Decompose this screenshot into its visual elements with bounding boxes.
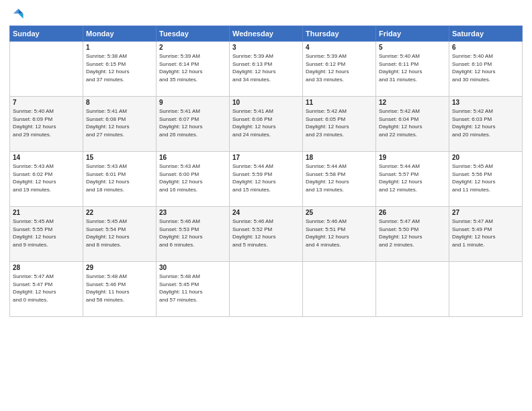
day-number: 5 xyxy=(379,44,446,51)
calendar-cell xyxy=(303,262,376,317)
day-info: Sunrise: 5:43 AM Sunset: 6:00 PM Dayligh… xyxy=(159,163,226,193)
calendar-header-row: SundayMondayTuesdayWednesdayThursdayFrid… xyxy=(10,26,523,42)
svg-marker-0 xyxy=(18,9,23,13)
calendar-cell: 21Sunrise: 5:45 AM Sunset: 5:55 PM Dayli… xyxy=(10,207,83,262)
day-number: 8 xyxy=(86,99,153,106)
header-tuesday: Tuesday xyxy=(157,26,230,42)
day-info: Sunrise: 5:48 AM Sunset: 5:46 PM Dayligh… xyxy=(86,273,153,304)
day-info: Sunrise: 5:38 AM Sunset: 6:15 PM Dayligh… xyxy=(86,52,153,83)
day-info: Sunrise: 5:42 AM Sunset: 6:03 PM Dayligh… xyxy=(452,107,519,138)
day-info: Sunrise: 5:42 AM Sunset: 6:04 PM Dayligh… xyxy=(379,107,446,138)
day-number: 19 xyxy=(379,154,446,161)
day-number: 30 xyxy=(159,264,226,271)
day-info: Sunrise: 5:43 AM Sunset: 6:02 PM Dayligh… xyxy=(13,163,80,193)
day-info: Sunrise: 5:41 AM Sunset: 6:07 PM Dayligh… xyxy=(159,107,226,138)
calendar-cell: 8Sunrise: 5:41 AM Sunset: 6:08 PM Daylig… xyxy=(83,97,157,152)
calendar-week-1: 1Sunrise: 5:38 AM Sunset: 6:15 PM Daylig… xyxy=(10,42,523,97)
day-number: 18 xyxy=(306,154,373,161)
day-number: 15 xyxy=(86,154,153,161)
day-number: 28 xyxy=(13,264,80,271)
day-number: 4 xyxy=(306,44,373,51)
calendar-cell: 26Sunrise: 5:47 AM Sunset: 5:50 PM Dayli… xyxy=(376,207,449,262)
day-info: Sunrise: 5:44 AM Sunset: 5:58 PM Dayligh… xyxy=(306,163,373,193)
calendar-cell: 4Sunrise: 5:39 AM Sunset: 6:12 PM Daylig… xyxy=(303,42,376,97)
calendar-cell: 1Sunrise: 5:38 AM Sunset: 6:15 PM Daylig… xyxy=(83,42,157,97)
calendar-cell: 11Sunrise: 5:42 AM Sunset: 6:05 PM Dayli… xyxy=(303,97,376,152)
header-friday: Friday xyxy=(376,26,449,42)
calendar-week-2: 7Sunrise: 5:40 AM Sunset: 6:09 PM Daylig… xyxy=(10,97,523,152)
day-info: Sunrise: 5:43 AM Sunset: 6:01 PM Dayligh… xyxy=(86,163,153,193)
calendar-cell: 9Sunrise: 5:41 AM Sunset: 6:07 PM Daylig… xyxy=(157,97,230,152)
day-number: 17 xyxy=(232,154,300,161)
day-info: Sunrise: 5:46 AM Sunset: 5:52 PM Dayligh… xyxy=(232,218,300,248)
calendar-cell: 5Sunrise: 5:40 AM Sunset: 6:11 PM Daylig… xyxy=(376,42,449,97)
day-number: 11 xyxy=(306,99,373,106)
calendar-cell: 23Sunrise: 5:46 AM Sunset: 5:53 PM Dayli… xyxy=(157,207,230,262)
calendar-cell: 27Sunrise: 5:47 AM Sunset: 5:49 PM Dayli… xyxy=(449,207,523,262)
calendar-cell: 17Sunrise: 5:44 AM Sunset: 5:59 PM Dayli… xyxy=(230,152,303,207)
header xyxy=(9,7,523,21)
day-info: Sunrise: 5:44 AM Sunset: 5:59 PM Dayligh… xyxy=(232,163,300,193)
page: SundayMondayTuesdayWednesdayThursdayFrid… xyxy=(0,0,532,411)
day-number: 16 xyxy=(159,154,226,161)
svg-marker-2 xyxy=(13,9,18,13)
calendar-cell xyxy=(230,262,303,317)
calendar-cell: 14Sunrise: 5:43 AM Sunset: 6:02 PM Dayli… xyxy=(10,152,83,207)
day-number: 23 xyxy=(159,209,226,216)
day-info: Sunrise: 5:42 AM Sunset: 6:05 PM Dayligh… xyxy=(306,107,373,138)
day-number: 29 xyxy=(86,264,153,271)
day-number: 25 xyxy=(306,209,373,216)
day-number: 22 xyxy=(86,209,153,216)
calendar-cell: 7Sunrise: 5:40 AM Sunset: 6:09 PM Daylig… xyxy=(10,97,83,152)
calendar-cell: 29Sunrise: 5:48 AM Sunset: 5:46 PM Dayli… xyxy=(83,262,157,317)
calendar-table: SundayMondayTuesdayWednesdayThursdayFrid… xyxy=(9,26,523,317)
calendar-week-4: 21Sunrise: 5:45 AM Sunset: 5:55 PM Dayli… xyxy=(10,207,523,262)
day-number: 10 xyxy=(232,99,300,106)
day-info: Sunrise: 5:46 AM Sunset: 5:53 PM Dayligh… xyxy=(159,218,226,248)
day-info: Sunrise: 5:45 AM Sunset: 5:56 PM Dayligh… xyxy=(452,163,519,193)
calendar-cell: 13Sunrise: 5:42 AM Sunset: 6:03 PM Dayli… xyxy=(449,97,523,152)
day-info: Sunrise: 5:47 AM Sunset: 5:49 PM Dayligh… xyxy=(452,218,519,248)
calendar-cell: 19Sunrise: 5:44 AM Sunset: 5:57 PM Dayli… xyxy=(376,152,449,207)
calendar-cell xyxy=(10,42,83,97)
day-number: 20 xyxy=(452,154,519,161)
header-sunday: Sunday xyxy=(10,26,83,42)
day-number: 2 xyxy=(159,44,226,51)
header-monday: Monday xyxy=(83,26,157,42)
header-saturday: Saturday xyxy=(449,26,523,42)
day-info: Sunrise: 5:47 AM Sunset: 5:50 PM Dayligh… xyxy=(379,218,446,248)
day-info: Sunrise: 5:46 AM Sunset: 5:51 PM Dayligh… xyxy=(306,218,373,248)
day-info: Sunrise: 5:39 AM Sunset: 6:14 PM Dayligh… xyxy=(159,52,226,83)
calendar-cell: 3Sunrise: 5:39 AM Sunset: 6:13 PM Daylig… xyxy=(230,42,303,97)
calendar-cell: 15Sunrise: 5:43 AM Sunset: 6:01 PM Dayli… xyxy=(83,152,157,207)
day-number: 14 xyxy=(13,154,80,161)
header-wednesday: Wednesday xyxy=(230,26,303,42)
logo xyxy=(9,7,26,21)
calendar-cell: 12Sunrise: 5:42 AM Sunset: 6:04 PM Dayli… xyxy=(376,97,449,152)
logo-icon xyxy=(9,7,24,21)
calendar-cell: 2Sunrise: 5:39 AM Sunset: 6:14 PM Daylig… xyxy=(157,42,230,97)
day-info: Sunrise: 5:41 AM Sunset: 6:06 PM Dayligh… xyxy=(232,107,300,138)
day-info: Sunrise: 5:48 AM Sunset: 5:45 PM Dayligh… xyxy=(159,273,226,304)
calendar-cell: 25Sunrise: 5:46 AM Sunset: 5:51 PM Dayli… xyxy=(303,207,376,262)
day-number: 27 xyxy=(452,209,519,216)
calendar-cell: 24Sunrise: 5:46 AM Sunset: 5:52 PM Dayli… xyxy=(230,207,303,262)
day-info: Sunrise: 5:44 AM Sunset: 5:57 PM Dayligh… xyxy=(379,163,446,193)
calendar-cell: 10Sunrise: 5:41 AM Sunset: 6:06 PM Dayli… xyxy=(230,97,303,152)
day-number: 1 xyxy=(86,44,153,51)
day-number: 6 xyxy=(452,44,519,51)
day-info: Sunrise: 5:45 AM Sunset: 5:54 PM Dayligh… xyxy=(86,218,153,248)
calendar-cell: 22Sunrise: 5:45 AM Sunset: 5:54 PM Dayli… xyxy=(83,207,157,262)
day-number: 9 xyxy=(159,99,226,106)
day-info: Sunrise: 5:45 AM Sunset: 5:55 PM Dayligh… xyxy=(13,218,80,248)
day-number: 26 xyxy=(379,209,446,216)
day-info: Sunrise: 5:47 AM Sunset: 5:47 PM Dayligh… xyxy=(13,273,80,304)
day-info: Sunrise: 5:40 AM Sunset: 6:10 PM Dayligh… xyxy=(452,52,519,83)
day-info: Sunrise: 5:40 AM Sunset: 6:11 PM Dayligh… xyxy=(379,52,446,83)
day-number: 3 xyxy=(232,44,300,51)
calendar-week-5: 28Sunrise: 5:47 AM Sunset: 5:47 PM Dayli… xyxy=(10,262,523,317)
day-info: Sunrise: 5:39 AM Sunset: 6:12 PM Dayligh… xyxy=(306,52,373,83)
calendar-cell: 18Sunrise: 5:44 AM Sunset: 5:58 PM Dayli… xyxy=(303,152,376,207)
calendar-cell: 30Sunrise: 5:48 AM Sunset: 5:45 PM Dayli… xyxy=(157,262,230,317)
day-info: Sunrise: 5:41 AM Sunset: 6:08 PM Dayligh… xyxy=(86,107,153,138)
